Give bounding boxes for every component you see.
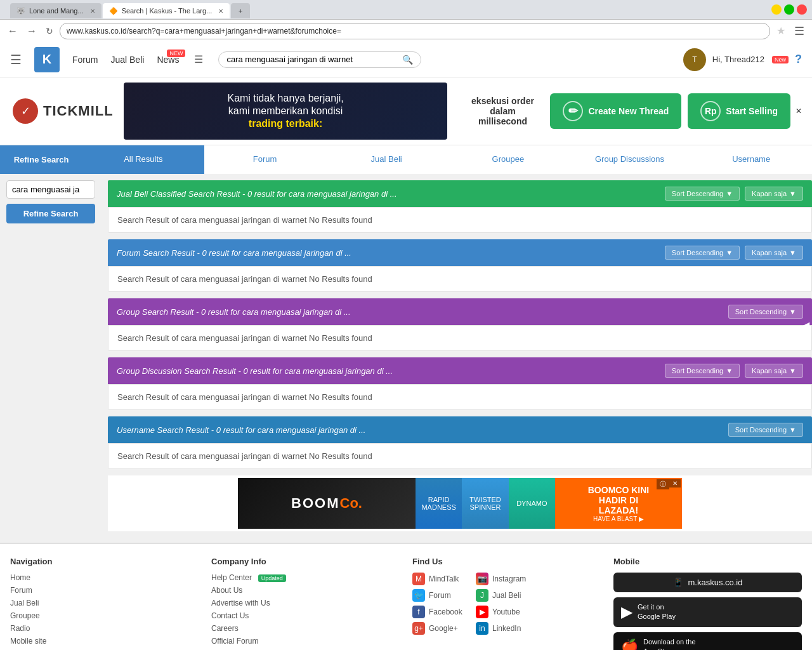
nav-forum-label: Forum — [72, 55, 98, 65]
tab-groupee[interactable]: Groupee — [447, 145, 569, 174]
advertise-link[interactable]: Advertise with Us — [211, 599, 270, 607]
nav-mobilesite-link[interactable]: Mobile site — [10, 637, 46, 646]
social-jualbeli[interactable]: J Jual Beli — [476, 589, 533, 602]
footer-grid: Navigation Home Forum Jual Beli Groupee … — [10, 557, 802, 650]
tab-all-results[interactable]: All Results — [82, 145, 204, 174]
start-selling-label: Start Selling — [726, 106, 778, 116]
user-new-badge: New — [772, 56, 789, 63]
tab-username[interactable]: Username — [690, 145, 812, 174]
tab-close-active[interactable]: ✕ — [218, 8, 223, 15]
back-button[interactable]: ← — [5, 24, 20, 38]
maximize-button[interactable] — [784, 4, 794, 15]
mobile-site-button[interactable]: 📱 m.kaskus.co.id — [613, 573, 802, 592]
address-bar: ← → ↻ ★ ☰ — [0, 19, 812, 42]
jualbeli-result-section: Jual Beli Classified Search Result - 0 r… — [108, 180, 812, 233]
apple-icon: 🍎 — [621, 639, 638, 650]
forum-kapan-button[interactable]: Kapan saja ▼ — [745, 246, 803, 260]
sidebar-search-input[interactable] — [6, 180, 95, 199]
create-thread-icon: ✏ — [563, 101, 583, 121]
forward-button[interactable]: → — [24, 24, 39, 38]
jualbeli-kapan-button[interactable]: Kapan saja ▼ — [745, 187, 803, 201]
forum-sort-button[interactable]: Sort Descending ▼ — [665, 246, 740, 260]
google-play-icon: ▶ — [621, 603, 632, 621]
ad-close-button[interactable]: ✕ — [796, 107, 802, 116]
bookmark-button[interactable]: ★ — [774, 23, 788, 38]
list-item: Home — [10, 573, 199, 582]
logo-letter: K — [43, 52, 51, 67]
tab-active[interactable]: 🔶 Search | Kaskus - The Larg... ✕ — [103, 3, 230, 18]
social-row-1: M MindTalk 📷 Instagram — [412, 573, 601, 585]
google-play-button[interactable]: ▶ Get it on Google Play — [613, 597, 802, 627]
refine-search-button[interactable]: Refine Search — [0, 145, 82, 174]
hamburger-menu[interactable]: ☰ — [10, 52, 22, 67]
nav-forum-link[interactable]: Forum — [10, 586, 32, 595]
ad-main[interactable]: Kami tidak hanya berjanji, kami memberik… — [124, 83, 448, 140]
nav-news[interactable]: News NEW — [157, 55, 179, 65]
nav-more-button[interactable]: ☰ — [192, 52, 206, 67]
nav-groupee-link[interactable]: Groupee — [10, 611, 40, 620]
app-store-button[interactable]: 🍎 Download on the App Store — [613, 632, 802, 650]
social-mindtalk[interactable]: M MindTalk — [412, 573, 469, 585]
jualbeli-result-body: Search Result of cara menguasai jaringan… — [108, 207, 812, 233]
tab-close[interactable]: ✕ — [90, 8, 95, 15]
boomco-ad: BOOMCo. RAPID MADNESS TWISTED SPINNER DY… — [238, 478, 682, 529]
close-button[interactable] — [797, 4, 807, 15]
address-input[interactable] — [60, 23, 770, 39]
twitter-icon: 🐦 — [412, 589, 425, 602]
username-result-section: Username Search Result - 0 result for ca… — [108, 416, 812, 469]
tab-forum[interactable]: Forum — [204, 145, 326, 174]
social-row-4: g+ Google+ in LinkedIn — [412, 622, 601, 635]
nav-forum[interactable]: Forum — [72, 55, 98, 65]
tickmill-logo: ✓ TICKMILL — [10, 96, 116, 126]
jualbeli-sort-button[interactable]: Sort Descending ▼ — [665, 187, 740, 201]
minimize-button[interactable] — [771, 4, 782, 15]
kaskus-logo[interactable]: K — [34, 47, 60, 72]
social-facebook[interactable]: f Facebook — [412, 606, 469, 618]
jualbeli-social-label: Jual Beli — [492, 591, 521, 600]
group-result-controls: Sort Descending ▼ — [728, 305, 803, 319]
search-input[interactable] — [226, 55, 397, 64]
official-forum-link[interactable]: Official Forum — [211, 637, 258, 646]
footer-findus-col: Find Us M MindTalk 📷 Instagram 🐦 Foru — [412, 557, 601, 650]
tab-group-discussions[interactable]: Group Discussions — [569, 145, 691, 174]
social-twitter-forum[interactable]: 🐦 Forum — [412, 589, 469, 602]
careers-link[interactable]: Careers — [211, 624, 239, 633]
create-thread-button[interactable]: ✏ Create New Thread — [550, 93, 681, 129]
nav-jualbeli-link[interactable]: Jual Beli — [10, 599, 39, 607]
tab-inactive[interactable]: 🐺 Lone and Mang... ✕ — [10, 3, 102, 18]
forum-result-controls: Sort Descending ▼ Kapan saja ▼ — [665, 246, 803, 260]
nav-home-link[interactable]: Home — [10, 573, 30, 582]
nav-jualbeli[interactable]: Jual Beli — [110, 55, 144, 65]
forum-result-section: Forum Search Result - 0 result for cara … — [108, 239, 812, 292]
search-submit-button[interactable]: 🔍 — [402, 55, 413, 65]
new-tab-button[interactable]: + — [231, 3, 250, 18]
list-item: About Us — [211, 585, 400, 595]
jualbeli-social-icon: J — [476, 589, 488, 602]
help-center-link[interactable]: Help Center — [211, 573, 252, 582]
cta-buttons: ✏ Create New Thread Rp Start Selling — [550, 93, 790, 129]
mindtalk-icon: M — [412, 573, 425, 585]
nav-radio-link[interactable]: Radio — [10, 624, 30, 633]
ad-close-x[interactable]: ✕ — [669, 479, 681, 488]
social-linkedin[interactable]: in LinkedIn — [476, 622, 533, 635]
sticky-collapse-button[interactable]: ◀ — [802, 319, 809, 331]
tab-jualbeli[interactable]: Jual Beli — [325, 145, 447, 174]
group-sort-button[interactable]: Sort Descending ▼ — [728, 305, 803, 319]
help-button[interactable]: ? — [795, 53, 802, 66]
groupdiscussion-sort-button[interactable]: Sort Descending ▼ — [665, 364, 740, 378]
chrome-menu-button[interactable]: ☰ — [792, 23, 807, 39]
about-us-link[interactable]: About Us — [211, 586, 242, 595]
reload-button[interactable]: ↻ — [43, 25, 56, 37]
google-play-label: Get it on — [638, 602, 676, 612]
start-selling-button[interactable]: Rp Start Selling — [688, 93, 790, 129]
contact-link[interactable]: Contact Us — [211, 611, 249, 620]
username-sort-button[interactable]: Sort Descending ▼ — [728, 423, 803, 437]
social-googleplus[interactable]: g+ Google+ — [412, 622, 469, 635]
sidebar-refine-button[interactable]: Refine Search — [6, 204, 95, 223]
list-item: Careers — [211, 623, 400, 633]
bottom-ad[interactable]: BOOMCo. RAPID MADNESS TWISTED SPINNER DY… — [108, 475, 812, 531]
groupdiscussion-kapan-button[interactable]: Kapan saja ▼ — [745, 364, 803, 378]
social-youtube[interactable]: ▶ Youtube — [476, 606, 533, 618]
social-instagram[interactable]: 📷 Instagram — [476, 573, 533, 585]
tickmill-circle-icon: ✓ — [13, 98, 38, 124]
